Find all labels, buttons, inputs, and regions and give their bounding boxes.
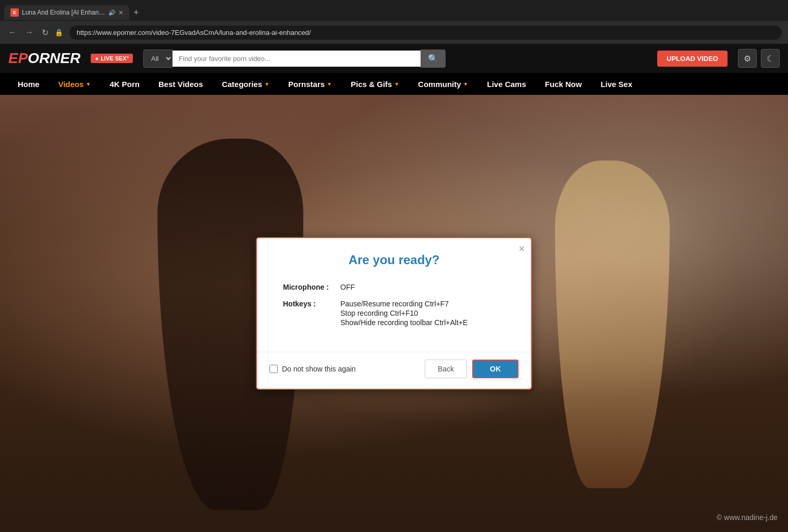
search-bar: All 🔍 [143,50,446,68]
tab-favicon: E [10,8,19,17]
pics-gifs-arrow: ▼ [394,81,399,87]
back-button[interactable]: ← [6,26,19,39]
logo-ep: EP [8,50,28,67]
nav-item-categories[interactable]: Categories ▼ [213,73,279,95]
categories-arrow: ▼ [264,81,269,87]
do-not-show-text: Do not show this again [282,365,356,373]
hotkey-line-2: Stop recording Ctrl+F10 [340,309,467,317]
address-bar: ← → ↻ 🔒 [0,21,788,44]
nav-item-fuck-now[interactable]: Fuck Now [536,73,592,95]
header-icons: ⚙ ☾ [738,49,780,68]
dark-mode-button[interactable]: ☾ [761,49,780,68]
hotkey-line-1: Pause/Resume recording Ctrl+F7 [340,300,467,308]
modal-close-button[interactable]: × [519,243,525,254]
live-sex-badge[interactable]: ● LIVE SEX° [91,54,133,63]
hotkeys-value: Pause/Resume recording Ctrl+F7 Stop reco… [340,300,467,328]
videos-arrow: ▼ [86,81,91,87]
search-button[interactable]: 🔍 [421,50,446,68]
do-not-show-checkbox[interactable] [269,365,278,373]
community-arrow: ▼ [463,81,469,87]
search-filter-select[interactable]: All [143,50,173,68]
microphone-value: OFF [340,283,355,291]
microphone-label: Microphone : [283,283,340,291]
pornstars-arrow: ▼ [327,81,332,87]
nav-bar: Home Videos ▼ 4K Porn Best Videos Catego… [0,73,788,95]
back-button[interactable]: Back [425,360,467,378]
nav-item-pornstars[interactable]: Pornstars ▼ [279,73,341,95]
tab-close-button[interactable]: × [119,8,123,17]
modal-dialog: × Are you ready? Microphone : OFF Hotkey… [256,237,532,390]
address-input[interactable] [69,26,782,40]
live-sex-text: LIVE SEX° [101,55,129,61]
upload-video-button[interactable]: UPLOAD VIDEO [657,51,728,67]
tab-bar: E Luna And Erolina [AI Enhanc... 🔊 × + [0,0,788,21]
tab-audio-icon[interactable]: 🔊 [108,9,116,16]
browser-tab[interactable]: E Luna And Erolina [AI Enhanc... 🔊 × [4,5,129,20]
nav-item-home[interactable]: Home [8,73,49,95]
ok-button[interactable]: OK [472,360,519,378]
do-not-show-label[interactable]: Do not show this again [269,365,356,373]
nav-item-4kporn[interactable]: 4K Porn [101,73,150,95]
modal-overlay: × Are you ready? Microphone : OFF Hotkey… [0,95,788,532]
video-background: © www.nadine-j.de × Are you ready? Micro… [0,95,788,532]
logo-orner: ORNER [28,50,80,67]
modal-title: Are you ready? [257,238,531,278]
settings-button[interactable]: ⚙ [738,49,757,68]
live-dot: ● [95,55,98,61]
forward-button[interactable]: → [23,26,35,39]
nav-item-community[interactable]: Community ▼ [409,73,477,95]
search-input[interactable] [173,51,421,67]
refresh-button[interactable]: ↻ [40,26,51,40]
nav-item-pics-gifs[interactable]: Pics & Gifs ▼ [341,73,409,95]
modal-footer: Do not show this again Back OK [257,352,531,389]
site-logo[interactable]: EP ORNER [8,50,80,67]
hotkeys-row: Hotkeys : Pause/Resume recording Ctrl+F7… [283,300,505,328]
nav-item-videos[interactable]: Videos ▼ [49,73,101,95]
lock-icon: 🔒 [55,29,63,36]
nav-item-best-videos[interactable]: Best Videos [149,73,213,95]
microphone-row: Microphone : OFF [283,283,505,291]
modal-body: Microphone : OFF Hotkeys : Pause/Resume … [257,278,531,347]
hotkeys-label: Hotkeys : [283,300,340,308]
site-header: EP ORNER ● LIVE SEX° All 🔍 UPLOAD VIDEO … [0,44,788,73]
nav-item-live-sex[interactable]: Live Sex [591,73,642,95]
tab-title: Luna And Erolina [AI Enhanc... [22,9,105,16]
new-tab-button[interactable]: + [129,5,143,20]
nav-item-live-cams[interactable]: Live Cams [478,73,536,95]
modal-buttons: Back OK [425,360,519,378]
hotkey-line-3: Show/Hide recording toolbar Ctrl+Alt+E [340,318,467,327]
